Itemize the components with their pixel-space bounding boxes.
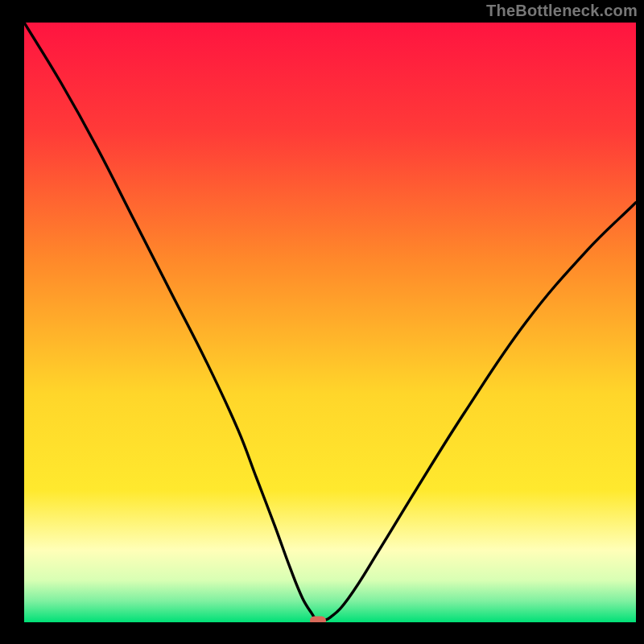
chart-frame: TheBottleneck.com [0,0,644,644]
minimum-marker [310,616,326,622]
watermark-text: TheBottleneck.com [486,2,638,20]
bottleneck-curve [24,23,636,622]
plot-area [24,23,636,622]
